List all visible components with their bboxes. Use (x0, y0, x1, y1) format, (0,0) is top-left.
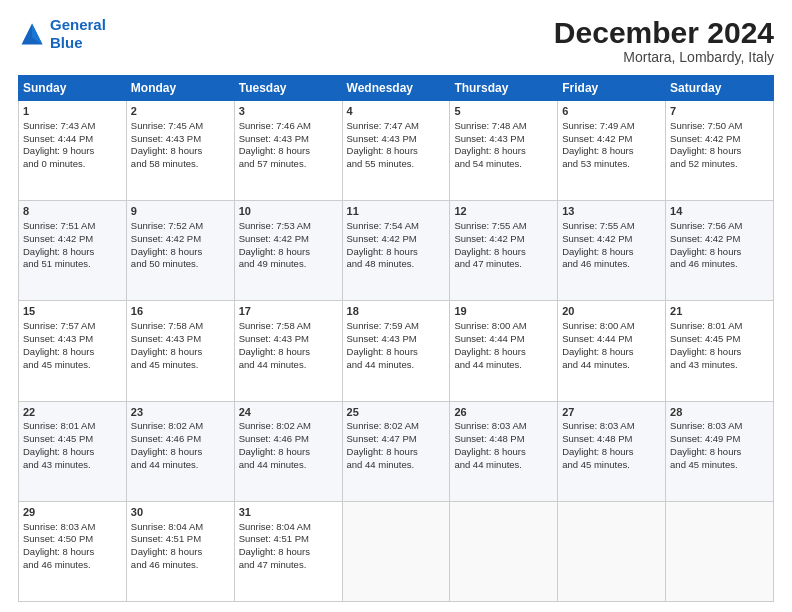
day-info-line: Sunrise: 7:43 AM (23, 120, 95, 131)
calendar-cell-w5-d5 (558, 501, 666, 601)
day-info-line: Daylight: 8 hours (131, 246, 202, 257)
calendar-cell-w5-d0: 29Sunrise: 8:03 AMSunset: 4:50 PMDayligh… (19, 501, 127, 601)
day-info-line: and 46 minutes. (562, 258, 630, 269)
day-info-line: Sunset: 4:44 PM (23, 133, 93, 144)
calendar-table: Sunday Monday Tuesday Wednesday Thursday… (18, 75, 774, 602)
calendar-header-row: Sunday Monday Tuesday Wednesday Thursday… (19, 76, 774, 101)
day-number: 8 (23, 204, 122, 219)
logo: General Blue (18, 16, 106, 52)
day-info-line: Sunrise: 7:52 AM (131, 220, 203, 231)
day-number: 29 (23, 505, 122, 520)
day-info-line: Daylight: 8 hours (347, 446, 418, 457)
day-number: 13 (562, 204, 661, 219)
day-info-line: and 44 minutes. (454, 459, 522, 470)
calendar-cell-w3-d2: 17Sunrise: 7:58 AMSunset: 4:43 PMDayligh… (234, 301, 342, 401)
calendar-cell-w4-d0: 22Sunrise: 8:01 AMSunset: 4:45 PMDayligh… (19, 401, 127, 501)
day-number: 23 (131, 405, 230, 420)
day-info-line: Daylight: 8 hours (23, 346, 94, 357)
day-info-line: Daylight: 8 hours (347, 145, 418, 156)
day-number: 30 (131, 505, 230, 520)
day-info-line: Sunrise: 8:02 AM (131, 420, 203, 431)
day-number: 24 (239, 405, 338, 420)
day-info-line: Sunrise: 7:49 AM (562, 120, 634, 131)
day-info-line: Sunset: 4:45 PM (670, 333, 740, 344)
day-info-line: Daylight: 8 hours (131, 346, 202, 357)
day-number: 14 (670, 204, 769, 219)
day-info-line: Daylight: 8 hours (670, 346, 741, 357)
col-thursday: Thursday (450, 76, 558, 101)
day-info-line: Sunset: 4:42 PM (23, 233, 93, 244)
day-info-line: and 48 minutes. (347, 258, 415, 269)
day-info-line: Sunrise: 7:51 AM (23, 220, 95, 231)
day-info-line: Sunset: 4:49 PM (670, 433, 740, 444)
day-number: 28 (670, 405, 769, 420)
day-info-line: Daylight: 8 hours (562, 346, 633, 357)
calendar-cell-w1-d0: 1Sunrise: 7:43 AMSunset: 4:44 PMDaylight… (19, 101, 127, 201)
calendar-week-5: 29Sunrise: 8:03 AMSunset: 4:50 PMDayligh… (19, 501, 774, 601)
day-number: 4 (347, 104, 446, 119)
day-info-line: and 45 minutes. (670, 459, 738, 470)
day-info-line: Daylight: 8 hours (131, 145, 202, 156)
day-info-line: Sunset: 4:51 PM (239, 533, 309, 544)
day-info-line: Sunset: 4:42 PM (670, 133, 740, 144)
day-info-line: Sunset: 4:47 PM (347, 433, 417, 444)
day-info-line: and 44 minutes. (562, 359, 630, 370)
calendar-cell-w3-d6: 21Sunrise: 8:01 AMSunset: 4:45 PMDayligh… (666, 301, 774, 401)
calendar-cell-w2-d5: 13Sunrise: 7:55 AMSunset: 4:42 PMDayligh… (558, 201, 666, 301)
day-info-line: and 45 minutes. (23, 359, 91, 370)
day-info-line: and 46 minutes. (131, 559, 199, 570)
day-info-line: Sunset: 4:42 PM (562, 133, 632, 144)
day-info-line: Daylight: 8 hours (239, 346, 310, 357)
day-info-line: and 44 minutes. (454, 359, 522, 370)
calendar-cell-w1-d5: 6Sunrise: 7:49 AMSunset: 4:42 PMDaylight… (558, 101, 666, 201)
title-section: December 2024 Mortara, Lombardy, Italy (554, 16, 774, 65)
calendar-cell-w3-d3: 18Sunrise: 7:59 AMSunset: 4:43 PMDayligh… (342, 301, 450, 401)
day-info-line: Daylight: 8 hours (239, 546, 310, 557)
calendar-cell-w4-d6: 28Sunrise: 8:03 AMSunset: 4:49 PMDayligh… (666, 401, 774, 501)
day-info-line: and 44 minutes. (131, 459, 199, 470)
day-number: 27 (562, 405, 661, 420)
day-info-line: Sunrise: 8:03 AM (670, 420, 742, 431)
calendar-cell-w2-d3: 11Sunrise: 7:54 AMSunset: 4:42 PMDayligh… (342, 201, 450, 301)
day-info-line: and 45 minutes. (131, 359, 199, 370)
day-number: 1 (23, 104, 122, 119)
day-info-line: and 46 minutes. (670, 258, 738, 269)
day-info-line: Sunset: 4:45 PM (23, 433, 93, 444)
col-friday: Friday (558, 76, 666, 101)
calendar-cell-w3-d0: 15Sunrise: 7:57 AMSunset: 4:43 PMDayligh… (19, 301, 127, 401)
day-info-line: Sunrise: 8:04 AM (131, 521, 203, 532)
calendar-cell-w4-d2: 24Sunrise: 8:02 AMSunset: 4:46 PMDayligh… (234, 401, 342, 501)
day-info-line: Daylight: 8 hours (670, 145, 741, 156)
day-info-line: Sunset: 4:46 PM (239, 433, 309, 444)
day-info-line: and 46 minutes. (23, 559, 91, 570)
calendar-cell-w5-d3 (342, 501, 450, 601)
calendar-week-1: 1Sunrise: 7:43 AMSunset: 4:44 PMDaylight… (19, 101, 774, 201)
day-number: 20 (562, 304, 661, 319)
calendar-cell-w1-d1: 2Sunrise: 7:45 AMSunset: 4:43 PMDaylight… (126, 101, 234, 201)
calendar-cell-w5-d6 (666, 501, 774, 601)
calendar-cell-w5-d2: 31Sunrise: 8:04 AMSunset: 4:51 PMDayligh… (234, 501, 342, 601)
calendar-cell-w2-d4: 12Sunrise: 7:55 AMSunset: 4:42 PMDayligh… (450, 201, 558, 301)
day-info-line: Daylight: 8 hours (454, 246, 525, 257)
page: General Blue December 2024 Mortara, Lomb… (0, 0, 792, 612)
day-info-line: Sunrise: 8:00 AM (454, 320, 526, 331)
day-info-line: Daylight: 8 hours (670, 246, 741, 257)
day-info-line: and 47 minutes. (239, 559, 307, 570)
calendar-cell-w1-d4: 5Sunrise: 7:48 AMSunset: 4:43 PMDaylight… (450, 101, 558, 201)
day-number: 21 (670, 304, 769, 319)
calendar-body: 1Sunrise: 7:43 AMSunset: 4:44 PMDaylight… (19, 101, 774, 602)
day-info-line: Daylight: 8 hours (239, 145, 310, 156)
col-saturday: Saturday (666, 76, 774, 101)
top-section: General Blue December 2024 Mortara, Lomb… (18, 16, 774, 65)
col-monday: Monday (126, 76, 234, 101)
day-info-line: Sunset: 4:43 PM (239, 333, 309, 344)
day-number: 7 (670, 104, 769, 119)
day-info-line: Daylight: 8 hours (347, 246, 418, 257)
day-number: 31 (239, 505, 338, 520)
day-number: 9 (131, 204, 230, 219)
day-info-line: and 44 minutes. (239, 459, 307, 470)
calendar-cell-w4-d4: 26Sunrise: 8:03 AMSunset: 4:48 PMDayligh… (450, 401, 558, 501)
calendar-cell-w5-d4 (450, 501, 558, 601)
day-info-line: and 0 minutes. (23, 158, 85, 169)
location: Mortara, Lombardy, Italy (554, 49, 774, 65)
